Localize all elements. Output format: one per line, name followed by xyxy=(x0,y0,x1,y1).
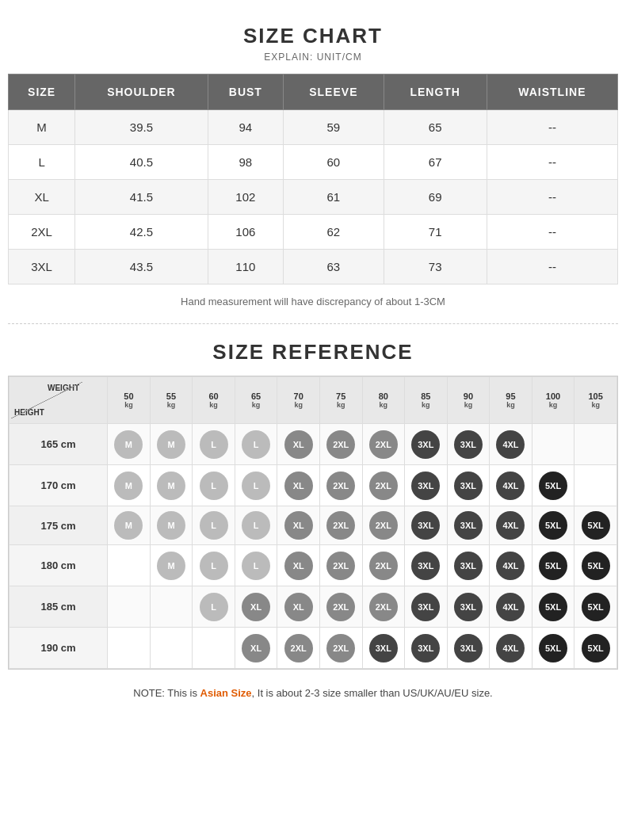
size-badge: XL xyxy=(242,634,270,662)
ref-size-cell: 2XL xyxy=(362,424,405,465)
size-badge: 3XL xyxy=(454,634,483,662)
ref-size-cell xyxy=(108,628,151,669)
table-cell: 59 xyxy=(284,110,384,145)
ref-height-label: 185 cm xyxy=(10,586,108,628)
size-badge: 2XL xyxy=(326,472,355,500)
ref-size-cell: 4XL xyxy=(490,465,532,506)
table-cell: 106 xyxy=(208,215,284,250)
size-badge: 5XL xyxy=(539,634,567,662)
ref-weight-header: 90kg xyxy=(447,377,490,424)
ref-size-cell: L xyxy=(235,506,277,545)
size-badge: 5XL xyxy=(539,511,567,540)
size-badge: 3XL xyxy=(411,472,440,500)
table-cell: 73 xyxy=(384,250,487,284)
table-cell: 2XL xyxy=(9,215,75,250)
ref-size-cell: 3XL xyxy=(362,628,405,669)
table-cell: XL xyxy=(9,180,75,215)
size-badge: 2XL xyxy=(369,511,398,540)
ref-size-cell xyxy=(574,465,617,506)
size-chart-disclaimer: Hand measurement will have discrepancy o… xyxy=(8,296,618,307)
ref-size-cell xyxy=(532,424,574,465)
size-badge: 5XL xyxy=(582,552,610,580)
ref-weight-header: 75kg xyxy=(319,377,362,424)
ref-size-cell: 2XL xyxy=(319,465,362,506)
table-cell: M xyxy=(9,110,75,145)
table-cell: 71 xyxy=(384,215,487,250)
size-badge: 2XL xyxy=(369,593,398,621)
ref-size-cell: M xyxy=(108,506,151,545)
size-chart-title: SIZE CHART xyxy=(8,24,618,48)
table-cell: -- xyxy=(487,180,617,215)
ref-height-label: 175 cm xyxy=(10,506,108,545)
ref-weight-header: 55kg xyxy=(150,377,193,424)
ref-size-cell: 5XL xyxy=(532,506,574,545)
table-cell: 60 xyxy=(284,145,384,180)
table-cell: -- xyxy=(487,110,617,145)
ref-size-cell: 5XL xyxy=(532,465,574,506)
table-cell: 98 xyxy=(208,145,284,180)
ref-weight-header: 80kg xyxy=(362,377,405,424)
empty-size-badge xyxy=(157,591,185,620)
size-chart-table: SIZE SHOULDER BUST SLEEVE LENGTH WAISTLI… xyxy=(8,74,618,284)
size-badge: 5XL xyxy=(539,472,567,500)
size-badge: 5XL xyxy=(539,593,567,621)
ref-size-cell: L xyxy=(193,545,235,586)
size-badge: 4XL xyxy=(496,430,525,459)
ref-size-cell: L xyxy=(193,424,235,465)
ref-size-cell: XL xyxy=(277,424,320,465)
size-badge: XL xyxy=(284,472,313,500)
ref-corner-cell: WEIGHT HEIGHT xyxy=(10,377,108,424)
note-text: NOTE: This is xyxy=(133,687,200,699)
size-badge: L xyxy=(242,511,270,540)
table-cell: 67 xyxy=(384,145,487,180)
size-reference-table: WEIGHT HEIGHT 50kg55kg60kg65kg70kg75kg80… xyxy=(9,376,617,669)
table-cell: -- xyxy=(487,215,617,250)
ref-size-cell: 5XL xyxy=(532,628,574,669)
size-badge: M xyxy=(114,472,143,500)
empty-size-badge xyxy=(582,429,610,457)
empty-size-badge xyxy=(114,550,143,578)
empty-size-badge xyxy=(157,632,185,661)
ref-weight-header: 100kg xyxy=(532,377,574,424)
size-badge: 5XL xyxy=(582,511,610,540)
size-badge: XL xyxy=(284,511,313,540)
size-badge: 4XL xyxy=(496,472,525,500)
table-cell: -- xyxy=(487,145,617,180)
ref-weight-header: 60kg xyxy=(193,377,235,424)
asian-size-text: Asian Size xyxy=(200,687,252,699)
size-badge: L xyxy=(242,430,270,459)
size-badge: 3XL xyxy=(454,593,483,621)
size-badge: 2XL xyxy=(284,634,313,662)
ref-size-cell: 3XL xyxy=(405,424,448,465)
ref-size-cell: 3XL xyxy=(447,424,490,465)
section-divider xyxy=(8,323,618,324)
ref-size-cell: 4XL xyxy=(490,506,532,545)
ref-size-cell: L xyxy=(193,586,235,628)
ref-size-cell: M xyxy=(108,424,151,465)
size-badge: 4XL xyxy=(496,593,525,621)
size-chart-explain: EXPLAIN: UNIT/CM xyxy=(8,52,618,63)
size-badge: 3XL xyxy=(411,593,440,621)
size-badge: XL xyxy=(284,430,313,459)
size-badge: 3XL xyxy=(411,552,440,580)
ref-size-cell: 3XL xyxy=(447,506,490,545)
size-badge: 3XL xyxy=(454,430,483,459)
ref-size-cell xyxy=(108,545,151,586)
size-badge: XL xyxy=(284,552,313,580)
ref-size-cell: XL xyxy=(277,586,320,628)
ref-size-cell: 2XL xyxy=(319,586,362,628)
empty-size-badge xyxy=(114,632,143,661)
ref-size-cell: L xyxy=(235,465,277,506)
table-row: 170 cmMMLLXL2XL2XL3XL3XL4XL5XL xyxy=(10,465,617,506)
ref-size-cell: 3XL xyxy=(405,586,448,628)
col-sleeve: SLEEVE xyxy=(284,74,384,110)
size-badge: M xyxy=(114,430,143,459)
ref-height-label: 180 cm xyxy=(10,545,108,586)
empty-size-badge xyxy=(582,470,610,498)
size-badge: 2XL xyxy=(369,430,398,459)
ref-size-cell: XL xyxy=(277,506,320,545)
size-badge: 5XL xyxy=(582,634,610,662)
table-row: 185 cmLXLXL2XL2XL3XL3XL4XL5XL5XL xyxy=(10,586,617,628)
ref-size-cell: 5XL xyxy=(574,628,617,669)
size-badge: L xyxy=(200,430,228,459)
